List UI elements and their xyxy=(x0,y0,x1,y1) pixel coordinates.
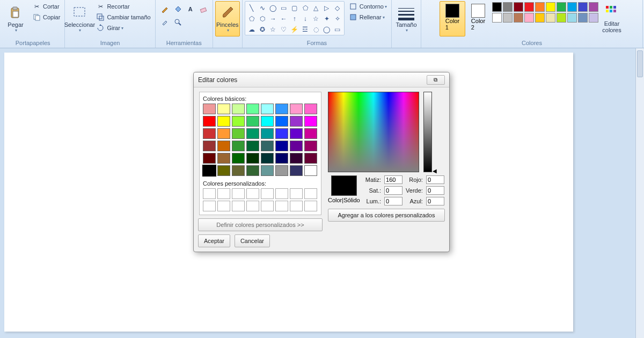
cut-button[interactable]: ✂ Cortar xyxy=(30,1,62,12)
basic-color-swatch[interactable] xyxy=(290,165,303,176)
basic-color-swatch[interactable] xyxy=(246,165,259,176)
sat-input[interactable] xyxy=(384,186,402,195)
custom-color-slot[interactable] xyxy=(275,201,288,211)
color-spectrum[interactable] xyxy=(328,92,419,172)
basic-color-swatch[interactable] xyxy=(304,128,317,139)
eraser-tool[interactable] xyxy=(197,3,209,15)
basic-color-swatch[interactable] xyxy=(275,165,288,176)
palette-swatch[interactable] xyxy=(589,2,598,12)
basic-color-swatch[interactable] xyxy=(275,141,288,151)
basic-color-swatch[interactable] xyxy=(203,116,216,127)
copy-button[interactable]: Copiar xyxy=(30,12,62,23)
basic-color-swatch[interactable] xyxy=(217,116,230,127)
custom-color-slot[interactable] xyxy=(246,188,259,199)
basic-color-swatch[interactable] xyxy=(232,165,245,176)
scrollbar-thumb[interactable] xyxy=(637,50,643,77)
basic-color-swatch[interactable] xyxy=(232,104,245,114)
basic-color-swatch[interactable] xyxy=(246,128,259,139)
basic-color-swatch[interactable] xyxy=(261,153,274,164)
basic-color-swatch[interactable] xyxy=(232,128,245,139)
basic-color-swatch[interactable] xyxy=(290,128,303,139)
red-input[interactable] xyxy=(426,175,444,184)
brushes-button[interactable]: Pinceles ▾ xyxy=(215,1,240,36)
palette-swatch[interactable] xyxy=(589,13,598,23)
palette-swatch[interactable] xyxy=(578,13,588,23)
green-input[interactable] xyxy=(426,186,444,195)
basic-color-swatch[interactable] xyxy=(203,128,216,139)
custom-colors-grid[interactable] xyxy=(203,188,318,211)
basic-color-swatch[interactable] xyxy=(304,116,317,127)
basic-color-swatch[interactable] xyxy=(217,165,230,176)
basic-color-swatch[interactable] xyxy=(290,104,303,114)
basic-color-swatch[interactable] xyxy=(246,104,259,114)
custom-color-slot[interactable] xyxy=(232,201,245,211)
shape-outline-button[interactable]: Contorno ▾ xyxy=(347,1,389,12)
magnifier-tool[interactable] xyxy=(172,16,184,28)
define-custom-button[interactable]: Definir colores personalizados >> xyxy=(198,218,323,231)
basic-color-swatch[interactable] xyxy=(290,141,303,151)
palette-swatch[interactable] xyxy=(557,2,566,12)
basic-color-swatch[interactable] xyxy=(217,141,230,151)
rotate-button[interactable]: Girar ▾ xyxy=(94,23,152,33)
basic-color-swatch[interactable] xyxy=(261,104,274,114)
basic-color-swatch[interactable] xyxy=(232,153,245,164)
palette-swatch[interactable] xyxy=(514,13,523,23)
pencil-tool[interactable] xyxy=(159,3,171,15)
basic-color-swatch[interactable] xyxy=(290,153,303,164)
custom-color-slot[interactable] xyxy=(203,201,216,211)
basic-color-swatch[interactable] xyxy=(275,153,288,164)
basic-color-swatch[interactable] xyxy=(203,153,216,164)
size-button[interactable]: Tamaño ▾ xyxy=(394,1,419,36)
basic-color-swatch[interactable] xyxy=(261,165,274,176)
basic-color-swatch[interactable] xyxy=(217,153,230,164)
fill-tool[interactable] xyxy=(172,3,184,15)
shapes-gallery[interactable]: ╲∿◯▭▢⬠△▷◇ ⬠⬡→←↑↓☆✦✧ ☁✪☆♡⚡☲◌◯▭ xyxy=(245,1,345,35)
custom-color-slot[interactable] xyxy=(217,201,230,211)
basic-color-swatch[interactable] xyxy=(304,153,317,164)
paste-button[interactable]: Pegar ▾ xyxy=(3,1,28,36)
basic-color-swatch[interactable] xyxy=(275,128,288,139)
palette-swatch[interactable] xyxy=(557,13,566,23)
basic-color-swatch[interactable] xyxy=(217,128,230,139)
color1-button[interactable]: Color 1 xyxy=(440,1,465,36)
custom-color-slot[interactable] xyxy=(217,188,230,199)
palette-swatch[interactable] xyxy=(578,2,588,12)
color2-button[interactable]: Color 2 xyxy=(465,1,491,36)
palette-swatch[interactable] xyxy=(503,2,513,12)
palette-swatch[interactable] xyxy=(524,13,534,23)
dialog-titlebar[interactable]: Editar colores ⧉ xyxy=(194,72,449,87)
custom-color-slot[interactable] xyxy=(275,188,288,199)
basic-color-swatch[interactable] xyxy=(304,104,317,114)
palette-swatch[interactable] xyxy=(546,2,555,12)
basic-color-swatch[interactable] xyxy=(232,141,245,151)
palette-swatch[interactable] xyxy=(492,2,502,12)
palette-swatch[interactable] xyxy=(535,2,545,12)
close-button[interactable]: ⧉ xyxy=(427,75,445,85)
palette-swatch[interactable] xyxy=(567,2,577,12)
custom-color-slot[interactable] xyxy=(261,201,274,211)
basic-color-swatch[interactable] xyxy=(246,153,259,164)
custom-color-slot[interactable] xyxy=(261,188,274,199)
shape-fill-button[interactable]: Rellenar ▾ xyxy=(347,12,389,23)
basic-color-swatch[interactable] xyxy=(203,104,216,114)
palette-swatch[interactable] xyxy=(524,2,534,12)
custom-color-slot[interactable] xyxy=(290,201,303,211)
lum-input[interactable] xyxy=(384,197,402,205)
color-palette[interactable] xyxy=(491,1,599,24)
custom-color-slot[interactable] xyxy=(304,188,317,199)
basic-color-swatch[interactable] xyxy=(246,141,259,151)
basic-colors-grid[interactable] xyxy=(203,104,318,176)
cancel-button[interactable]: Cancelar xyxy=(235,234,270,247)
add-custom-button[interactable]: Agregar a los colores personalizados xyxy=(328,209,445,222)
basic-color-swatch[interactable] xyxy=(232,116,245,127)
basic-color-swatch[interactable] xyxy=(203,165,216,176)
basic-color-swatch[interactable] xyxy=(261,128,274,139)
basic-color-swatch[interactable] xyxy=(275,104,288,114)
basic-color-swatch[interactable] xyxy=(217,104,230,114)
text-tool[interactable]: A xyxy=(185,3,196,15)
palette-swatch[interactable] xyxy=(546,13,555,23)
crop-button[interactable]: ✂ Recortar xyxy=(94,1,152,12)
blue-input[interactable] xyxy=(426,197,444,205)
luminance-slider[interactable]: ◀ xyxy=(423,92,432,172)
basic-color-swatch[interactable] xyxy=(290,116,303,127)
